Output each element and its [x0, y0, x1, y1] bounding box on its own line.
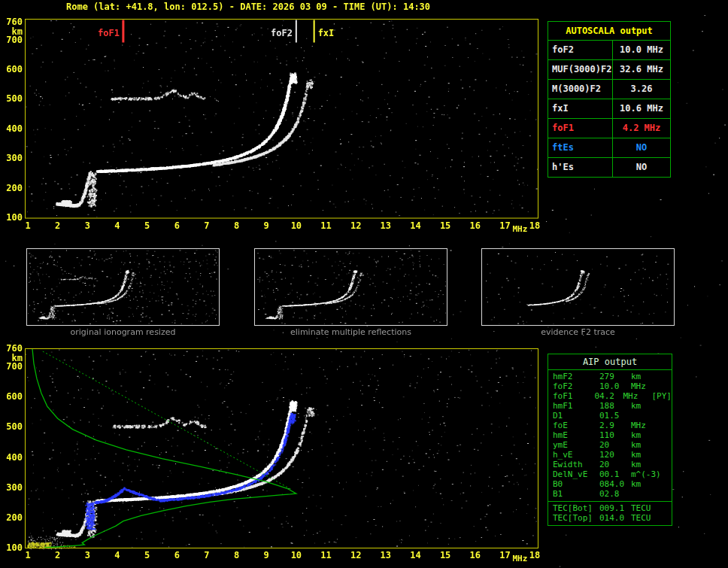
thumbnail-evidence-f2 — [481, 248, 675, 326]
param-unit: MHz — [628, 421, 660, 430]
param-value: 04.2 — [594, 391, 620, 401]
table-row: DelN_vE00.1m^(-3) — [548, 469, 672, 479]
param-value: 120 — [599, 450, 628, 460]
param-value: 02.8 — [599, 489, 628, 499]
param-name: foF2 — [548, 41, 613, 59]
thumbnail-eliminate-canvas — [256, 250, 446, 324]
param-name: Ewidth — [548, 460, 599, 469]
table-row: ftEsNO — [548, 138, 670, 158]
param-unit: km — [628, 430, 660, 440]
param-name: foE — [548, 421, 599, 430]
param-unit: km — [628, 401, 660, 411]
aip-panel-title: AIP output — [548, 354, 672, 370]
table-row: M(3000)F23.26 — [548, 80, 670, 99]
table-row: B0084.0km — [548, 479, 672, 489]
table-row: foF210.0 MHz — [548, 41, 670, 60]
param-name: h_vE — [548, 450, 599, 460]
table-row: hmF1188km — [548, 401, 672, 411]
param-name: M(3000)F2 — [548, 80, 613, 99]
param-value: 20 — [599, 460, 628, 469]
param-unit: km — [628, 372, 660, 381]
param-value: 3.26 — [613, 80, 670, 99]
param-name: MUF(3000)F2 — [548, 60, 613, 79]
thumbnail-caption-eliminate: eliminate multiple reflections — [254, 327, 447, 338]
param-value: 014.0 — [599, 513, 628, 523]
param-name: h'Es — [548, 158, 613, 177]
param-value: NO — [613, 138, 670, 157]
param-unit: km — [628, 440, 660, 450]
table-row: D101.5 — [548, 411, 672, 421]
param-value: 009.1 — [599, 503, 628, 513]
param-name: DelN_vE — [548, 469, 599, 479]
param-unit: MHz — [620, 391, 648, 401]
bottom-profile-plot — [0, 342, 546, 568]
param-unit: km — [628, 450, 660, 460]
table-row: foF14.2 MHz — [548, 119, 670, 138]
table-row: h_vE120km — [548, 450, 672, 460]
aip-rows: hmF2279kmfoF210.0MHzfoF104.2MHz[PY]hmF11… — [548, 372, 672, 499]
param-value: 01.5 — [599, 411, 628, 421]
table-row: ymE20km — [548, 440, 672, 450]
table-row: foE2.9MHz — [548, 421, 672, 430]
param-value: 110 — [599, 430, 628, 440]
param-name: foF1 — [548, 119, 613, 138]
param-value: 279 — [599, 372, 628, 381]
thumbnail-caption-original: original ionogram resized — [26, 327, 220, 338]
table-row: foF210.0MHz — [548, 381, 672, 391]
param-value: 2.9 — [599, 421, 628, 430]
table-row: h'EsNO — [548, 158, 670, 177]
param-name: B1 — [548, 489, 599, 499]
param-unit: m^(-3) — [628, 469, 660, 479]
thumbnail-evidence-canvas — [483, 250, 673, 324]
param-name: ymE — [548, 440, 599, 450]
thumbnail-eliminate-reflections — [254, 248, 447, 326]
param-unit: km — [628, 460, 660, 469]
param-value: 20 — [599, 440, 628, 450]
autoscala-output-panel: AUTOSCALA output foF210.0 MHzMUF(3000)F2… — [548, 21, 671, 178]
top-ionogram-plot — [0, 12, 546, 238]
param-name: hmF1 — [548, 401, 599, 411]
table-row: TEC[Top]014.0TECU — [548, 513, 672, 523]
param-value: 10.0 MHz — [613, 41, 670, 59]
aip-output-panel: AIP output hmF2279kmfoF210.0MHzfoF104.2M… — [548, 354, 672, 526]
thumbnail-original-ionogram — [26, 248, 220, 326]
param-unit — [628, 489, 660, 499]
table-row: hmF2279km — [548, 372, 672, 381]
table-row: hmE110km — [548, 430, 672, 440]
table-row: fxI10.6 MHz — [548, 99, 670, 119]
param-name: B0 — [548, 479, 599, 489]
param-value: NO — [613, 158, 670, 177]
table-row: MUF(3000)F232.6 MHz — [548, 60, 670, 80]
param-value: 00.1 — [599, 469, 628, 479]
param-unit: TECU — [628, 513, 660, 523]
table-row: B102.8 — [548, 489, 672, 499]
table-row: foF104.2MHz[PY] — [548, 391, 672, 401]
param-name: foF2 — [548, 381, 599, 391]
param-name: hmF2 — [548, 372, 599, 381]
param-value: 10.0 — [599, 381, 628, 391]
param-value: 10.6 MHz — [613, 99, 670, 118]
param-unit: km — [628, 479, 660, 489]
autoscala-rows: foF210.0 MHzMUF(3000)F232.6 MHzM(3000)F2… — [548, 41, 670, 177]
autoscala-window: Rome (lat: +41.8, lon: 012.5) - DATE: 20… — [0, 0, 728, 568]
thumbnail-original-canvas — [28, 250, 218, 324]
param-name: TEC[Bot] — [548, 503, 599, 513]
param-name: foF1 — [548, 391, 594, 401]
param-name: ftEs — [548, 138, 613, 157]
param-unit: MHz — [628, 381, 660, 391]
param-value: 32.6 MHz — [613, 60, 670, 79]
thumbnail-caption-evidence: evidence F2 trace — [481, 327, 675, 338]
param-value: 084.0 — [599, 479, 628, 489]
param-value: 4.2 MHz — [613, 119, 670, 138]
param-note: [PY] — [648, 391, 672, 401]
autoscala-panel-title: AUTOSCALA output — [548, 22, 670, 41]
param-unit: TECU — [628, 503, 660, 513]
param-unit — [628, 411, 660, 421]
aip-tec-rows: TEC[Bot]009.1TECUTEC[Top]014.0TECU — [548, 501, 672, 523]
param-name: hmE — [548, 430, 599, 440]
param-value: 188 — [599, 401, 628, 411]
param-name: D1 — [548, 411, 599, 421]
window-title: Rome (lat: +41.8, lon: 012.5) - DATE: 20… — [66, 2, 430, 12]
table-row: TEC[Bot]009.1TECU — [548, 503, 672, 513]
table-row: Ewidth20km — [548, 460, 672, 469]
